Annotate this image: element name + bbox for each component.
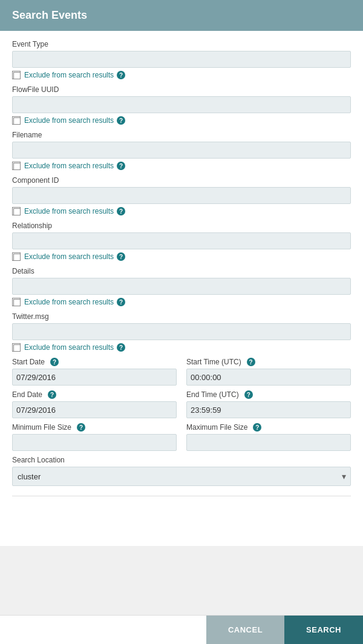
end-time-col: End Time (UTC) ? bbox=[186, 390, 351, 418]
component-id-exclude-label: Exclude from search results bbox=[24, 207, 114, 215]
search-location-wrapper: cluster node ▾ bbox=[12, 467, 351, 486]
details-exclude-label: Exclude from search results bbox=[24, 298, 114, 306]
relationship-exclude-label: Exclude from search results bbox=[24, 252, 114, 261]
component-id-exclude-checkbox[interactable] bbox=[12, 207, 21, 215]
event-type-group: Event Type Exclude from search results ? bbox=[12, 40, 351, 79]
flowfile-uuid-group: FlowFile UUID Exclude from search result… bbox=[12, 85, 351, 125]
max-file-size-input[interactable] bbox=[186, 434, 351, 451]
max-file-size-label: Maximum File Size bbox=[186, 423, 247, 432]
relationship-group: Relationship Exclude from search results… bbox=[12, 222, 351, 261]
filename-group: Filename Exclude from search results ? bbox=[12, 131, 351, 170]
filename-help-icon[interactable]: ? bbox=[117, 162, 125, 170]
event-type-help-icon[interactable]: ? bbox=[117, 71, 125, 79]
start-date-input[interactable] bbox=[12, 369, 177, 386]
end-date-help-icon[interactable]: ? bbox=[48, 390, 56, 399]
event-type-exclude-checkbox[interactable] bbox=[12, 71, 21, 79]
header: Search Events bbox=[0, 0, 363, 31]
twitter-msg-exclude-label: Exclude from search results bbox=[24, 343, 114, 352]
relationship-exclude-checkbox[interactable] bbox=[12, 252, 21, 261]
flowfile-uuid-help-icon[interactable]: ? bbox=[117, 116, 125, 125]
component-id-label: Component ID bbox=[12, 176, 351, 185]
details-group: Details Exclude from search results ? bbox=[12, 267, 351, 306]
event-type-label: Event Type bbox=[12, 40, 351, 48]
twitter-msg-group: Twitter.msg Exclude from search results … bbox=[12, 312, 351, 352]
details-input[interactable] bbox=[12, 278, 351, 295]
search-location-select[interactable]: cluster node bbox=[12, 467, 351, 486]
event-type-exclude-label: Exclude from search results bbox=[24, 71, 114, 79]
file-size-row: Minimum File Size ? Maximum File Size ? bbox=[12, 423, 351, 451]
filename-exclude-label: Exclude from search results bbox=[24, 162, 114, 170]
details-label: Details bbox=[12, 267, 351, 275]
relationship-label: Relationship bbox=[12, 222, 351, 230]
component-id-group: Component ID Exclude from search results… bbox=[12, 176, 351, 215]
flowfile-uuid-exclude-checkbox[interactable] bbox=[12, 116, 21, 125]
max-file-size-help-icon[interactable]: ? bbox=[253, 423, 261, 432]
footer-divider bbox=[12, 496, 351, 496]
details-exclude-checkbox[interactable] bbox=[12, 298, 21, 306]
relationship-help-icon[interactable]: ? bbox=[117, 252, 125, 261]
flowfile-uuid-input[interactable] bbox=[12, 96, 351, 113]
max-file-size-col: Maximum File Size ? bbox=[186, 423, 351, 451]
flowfile-uuid-exclude-label: Exclude from search results bbox=[24, 116, 114, 125]
details-help-icon[interactable]: ? bbox=[117, 298, 125, 306]
end-time-label: End Time (UTC) bbox=[186, 390, 239, 399]
filename-exclude-checkbox[interactable] bbox=[12, 162, 21, 170]
start-time-label: Start Time (UTC) bbox=[186, 358, 241, 366]
cancel-button[interactable]: CANCEL bbox=[206, 616, 284, 644]
search-button[interactable]: SEARCH bbox=[284, 616, 363, 644]
event-type-input[interactable] bbox=[12, 51, 351, 68]
search-location-label: Search Location bbox=[12, 456, 351, 464]
footer-actions: CANCEL SEARCH bbox=[0, 615, 363, 644]
end-time-input[interactable] bbox=[186, 401, 351, 418]
component-id-input[interactable] bbox=[12, 187, 351, 204]
twitter-msg-help-icon[interactable]: ? bbox=[117, 343, 125, 352]
end-date-col: End Date ? bbox=[12, 390, 177, 418]
filename-input[interactable] bbox=[12, 142, 351, 159]
page-title: Search Events bbox=[12, 9, 87, 21]
relationship-input[interactable] bbox=[12, 232, 351, 249]
start-time-help-icon[interactable]: ? bbox=[247, 358, 255, 366]
start-date-help-icon[interactable]: ? bbox=[50, 358, 59, 366]
min-file-size-help-icon[interactable]: ? bbox=[77, 423, 85, 432]
filename-label: Filename bbox=[12, 131, 351, 139]
start-row: Start Date ? Start Time (UTC) ? bbox=[12, 358, 351, 386]
twitter-msg-label: Twitter.msg bbox=[12, 312, 351, 321]
start-time-input[interactable] bbox=[186, 369, 351, 386]
start-date-col: Start Date ? bbox=[12, 358, 177, 386]
search-location-section: Search Location cluster node ▾ bbox=[12, 456, 351, 486]
end-date-input[interactable] bbox=[12, 401, 177, 418]
flowfile-uuid-label: FlowFile UUID bbox=[12, 85, 351, 94]
start-time-col: Start Time (UTC) ? bbox=[186, 358, 351, 386]
min-file-size-col: Minimum File Size ? bbox=[12, 423, 177, 451]
end-row: End Date ? End Time (UTC) ? bbox=[12, 390, 351, 418]
end-time-help-icon[interactable]: ? bbox=[244, 390, 253, 399]
component-id-help-icon[interactable]: ? bbox=[117, 207, 125, 215]
min-file-size-label: Minimum File Size bbox=[12, 423, 71, 432]
end-date-label: End Date bbox=[12, 390, 42, 399]
start-date-label: Start Date bbox=[12, 358, 45, 366]
twitter-msg-exclude-checkbox[interactable] bbox=[12, 343, 21, 352]
twitter-msg-input[interactable] bbox=[12, 323, 351, 340]
min-file-size-input[interactable] bbox=[12, 434, 177, 451]
